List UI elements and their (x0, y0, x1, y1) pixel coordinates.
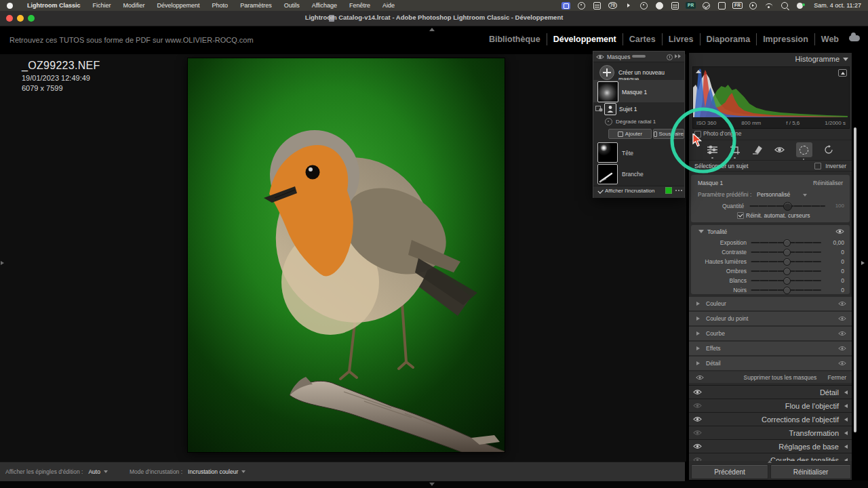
healing-tool-icon[interactable] (751, 144, 764, 156)
overlay-options-icon[interactable] (675, 190, 677, 191)
overlay-mode-value[interactable]: Incrustation couleur (188, 468, 238, 475)
mask-add-button[interactable]: Ajouter (608, 129, 652, 139)
overlay-mode-dropdown-caret[interactable] (241, 470, 245, 473)
exposition-slider-track[interactable] (751, 242, 821, 243)
right-panel-scrollbar[interactable] (854, 127, 856, 432)
panel-detail[interactable]: Détail (689, 385, 852, 399)
subject1-thumbnail[interactable] (604, 103, 616, 115)
hautes-lumieres-slider-track[interactable] (751, 261, 821, 262)
branch-mask-thumbnail[interactable] (597, 164, 618, 184)
invert-label[interactable]: Inverser (825, 163, 846, 169)
close-masks-button[interactable]: Fermer (828, 374, 846, 381)
photo-canvas[interactable] (188, 58, 505, 452)
clipboard-icon[interactable] (671, 1, 679, 9)
amount-slider-handle[interactable] (783, 202, 792, 211)
red-eye-tool-icon[interactable] (774, 144, 786, 156)
search-icon[interactable] (780, 1, 789, 9)
menu-aide[interactable]: Aide (376, 2, 401, 9)
ombres-slider-track[interactable] (751, 270, 821, 272)
histogram-collapse-icon[interactable] (843, 58, 848, 61)
menubar-clock[interactable]: Sam. 4 oct. 11:27 (814, 2, 861, 9)
contraste-slider-handle[interactable] (783, 249, 791, 256)
histogram-header[interactable]: Histogramme (689, 53, 852, 65)
edit-pins-dropdown-caret[interactable] (104, 470, 108, 473)
panel-drag-handle[interactable] (632, 55, 646, 58)
module-diaporama[interactable]: Diaporama (700, 33, 757, 45)
blancs-slider-track[interactable] (751, 280, 821, 281)
mask1-label[interactable]: Masque 1 (622, 89, 647, 96)
exposition-slider-handle[interactable] (783, 239, 791, 247)
section-detail-mask[interactable]: Détail (689, 357, 852, 370)
edit-pins-value[interactable]: Auto (88, 468, 100, 475)
module-impression[interactable]: Impression (756, 33, 814, 45)
screen-share-icon[interactable] (561, 1, 570, 9)
premiere-badge[interactable]: PR (686, 1, 695, 9)
filmstrip-expand-arrow[interactable] (429, 483, 435, 486)
menu-parametres[interactable]: Paramètres (234, 2, 278, 9)
masking-tool-icon[interactable] (796, 142, 812, 157)
top-panel-expand-arrow[interactable] (429, 28, 435, 31)
right-panel-collapse-arrow[interactable] (861, 261, 865, 265)
menu-app[interactable]: Lightroom Classic (21, 2, 87, 9)
invert-checkbox[interactable] (814, 163, 821, 169)
menu-modifier[interactable]: Modifier (117, 2, 151, 9)
tonalite-eye-icon[interactable] (835, 228, 844, 235)
section-effets[interactable]: Effets (689, 342, 852, 355)
delete-all-masks-button[interactable]: Supprimer tous les masques (744, 374, 817, 381)
tonalite-title[interactable]: Tonalité (707, 228, 727, 235)
menu-outils[interactable]: Outils (278, 2, 306, 9)
menu-fenetre[interactable]: Fenêtre (343, 2, 376, 9)
panel-reglages-de-base[interactable]: Réglages de base (689, 439, 852, 453)
module-cartes[interactable]: Cartes (623, 33, 662, 45)
module-web[interactable]: Web (814, 33, 845, 45)
cloud-check-icon[interactable] (702, 1, 711, 9)
record-icon[interactable] (639, 1, 648, 9)
shadow-clipping-indicator[interactable] (696, 70, 701, 73)
mask1-thumbnail[interactable] (597, 81, 618, 102)
noirs-slider-handle[interactable] (783, 287, 791, 294)
branch-mask-label[interactable]: Branche (622, 171, 644, 178)
panel-transformation[interactable]: Transformation (689, 426, 852, 439)
stylus-icon[interactable] (655, 1, 664, 9)
camera-icon[interactable] (577, 1, 586, 9)
module-livres[interactable]: Livres (662, 33, 700, 45)
auto-reset-label[interactable]: Réinit. automat. curseurs (746, 212, 810, 219)
highlight-clipping-indicator[interactable] (838, 69, 847, 77)
module-developpement[interactable]: Développement (547, 33, 623, 45)
badge-70-icon[interactable]: 70 (608, 1, 617, 9)
masks-visibility-eye-icon[interactable] (596, 54, 604, 60)
preset-dropdown-caret[interactable] (803, 194, 807, 197)
section-courbe[interactable]: Courbe (689, 327, 852, 340)
panel-flou-objectif[interactable]: Flou de l'objectif (689, 399, 852, 412)
mask-reset-button[interactable]: Réinitialiser (813, 180, 843, 186)
section-couleur[interactable]: Couleur (689, 297, 852, 310)
menu-photo[interactable]: Photo (206, 2, 235, 9)
apple-icon[interactable] (7, 3, 13, 9)
module-bibliotheque[interactable]: Bibliothèque (483, 33, 547, 45)
section-couleur-du-point[interactable]: Couleur du point (689, 312, 852, 325)
input-source-badge[interactable]: FR (733, 1, 742, 9)
head-mask-thumbnail[interactable] (597, 142, 618, 163)
hautes-lumieres-slider-handle[interactable] (783, 258, 791, 266)
show-overlay-label[interactable]: Afficher l'incrustation (605, 188, 654, 194)
contraste-slider-track[interactable] (751, 251, 821, 253)
auto-reset-checkbox[interactable] (737, 212, 744, 219)
user-switch-icon[interactable] (795, 1, 804, 9)
overlay-color-swatch[interactable] (665, 187, 672, 194)
dock-panel-icon[interactable] (675, 54, 681, 58)
head-mask-label[interactable]: Tête (622, 150, 633, 157)
wifi-icon[interactable] (764, 1, 773, 9)
blancs-slider-handle[interactable] (783, 277, 791, 285)
panel-corrections-objectif[interactable]: Corrections de l'objectif (689, 412, 852, 426)
tonalite-collapse-icon[interactable] (698, 230, 704, 233)
grid-icon[interactable] (593, 1, 601, 9)
amount-slider[interactable] (749, 205, 825, 207)
reset-button[interactable]: Réinitialiser (770, 464, 851, 479)
book-icon[interactable] (717, 1, 726, 9)
info-icon[interactable] (667, 54, 673, 60)
pointer-icon[interactable] (624, 1, 633, 9)
create-new-mask-button[interactable] (599, 65, 614, 80)
previous-button[interactable]: Précédent (691, 464, 768, 479)
subject1-label[interactable]: Sujet 1 (619, 106, 637, 113)
left-panel-expand-arrow[interactable] (1, 261, 4, 265)
